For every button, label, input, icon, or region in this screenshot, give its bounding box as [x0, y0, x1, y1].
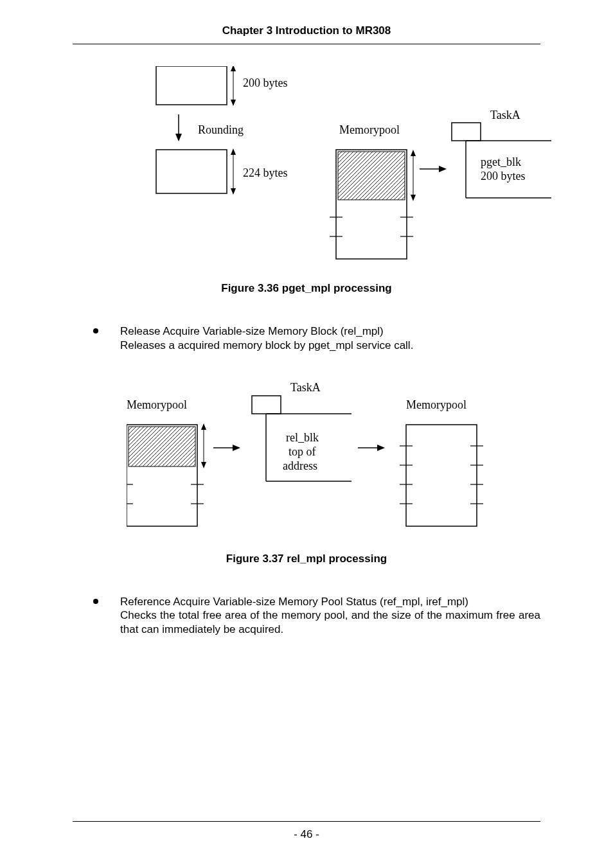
page-number: - 46 - — [73, 828, 540, 841]
svg-rect-20 — [452, 123, 481, 141]
bullet-ref-mpl: Reference Acquire Variable-size Memory P… — [105, 595, 540, 637]
label-memorypool-37-right: Memorypool — [406, 398, 466, 411]
label-address: address — [283, 459, 317, 472]
label-pget-blk: pget_blk — [481, 155, 521, 168]
label-memorypool-37-left: Memorypool — [127, 398, 187, 411]
bullet-rel-mpl: Release Acquire Variable-size Memory Blo… — [105, 324, 540, 353]
label-pget-blk-bytes: 200 bytes — [481, 170, 526, 182]
label-taska-36: TaskA — [490, 109, 520, 121]
svg-rect-6 — [156, 150, 227, 193]
label-rel-blk: rel_blk — [286, 431, 319, 444]
svg-rect-40 — [406, 425, 477, 526]
label-taska-37: TaskA — [290, 381, 321, 394]
figure-3-36: 200 bytes Rounding 224 bytes Memorypool — [150, 66, 561, 265]
label-200-bytes: 200 bytes — [243, 76, 288, 89]
label-224-bytes: 224 bytes — [243, 166, 288, 179]
bullet-list-1: Release Acquire Variable-size Memory Blo… — [73, 324, 540, 353]
label-rounding: Rounding — [198, 123, 244, 136]
bullet-ref-mpl-title: Reference Acquire Variable-size Memory P… — [120, 596, 468, 608]
header-rule — [73, 44, 540, 44]
svg-rect-26 — [129, 427, 195, 466]
bullet-rel-mpl-desc: Releases a acquired memory block by pget… — [120, 339, 413, 351]
label-top-of: top of — [289, 445, 316, 458]
figure-3-36-caption: Figure 3.36 pget_mpl processing — [73, 282, 540, 295]
bullet-rel-mpl-title: Release Acquire Variable-size Memory Blo… — [120, 325, 384, 337]
bullet-ref-mpl-desc: Checks the total free area of the memory… — [120, 609, 540, 635]
footer-rule — [73, 821, 540, 822]
figure-3-37-caption: Figure 3.37 rel_mpl processing — [73, 553, 540, 565]
svg-rect-35 — [252, 396, 281, 414]
chapter-title: Chapter 3 Introduction to MR308 — [73, 24, 540, 44]
bullet-list-2: Reference Acquire Variable-size Memory P… — [73, 595, 540, 637]
label-memorypool-36: Memorypool — [339, 123, 400, 136]
figure-3-37: Memorypool TaskA rel_blk top of address … — [107, 378, 506, 529]
svg-rect-11 — [338, 152, 405, 200]
svg-rect-1 — [156, 66, 227, 105]
